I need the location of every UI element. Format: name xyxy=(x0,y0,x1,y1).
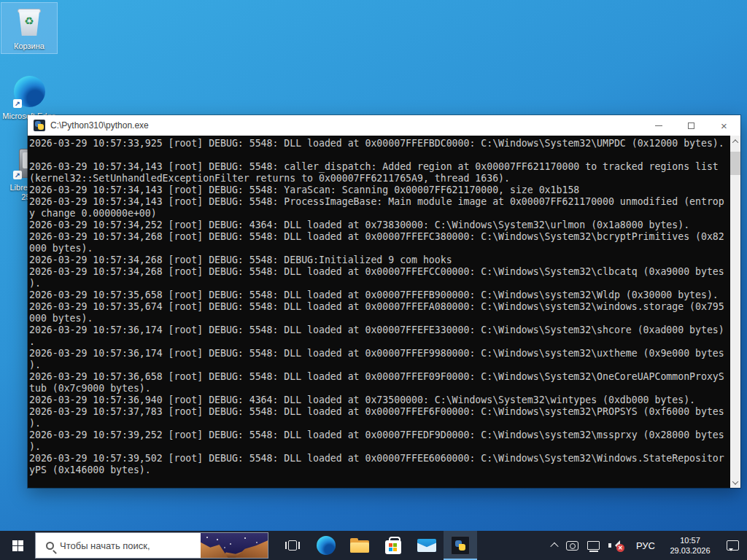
search-icon xyxy=(46,542,54,550)
scroll-up-button[interactable] xyxy=(730,136,740,147)
taskbar-edge-button[interactable] xyxy=(309,531,343,560)
python-yellow-shape xyxy=(38,124,44,130)
taskbar: ✕ РУС 10:57 29.03.2026 xyxy=(0,531,747,560)
stars-decor xyxy=(206,537,208,538)
console-line: 2026-03-29 10:57:35,658 [root] DEBUG: 55… xyxy=(29,289,729,301)
file-explorer-icon xyxy=(350,538,369,553)
console-line: 2026-03-29 10:57:36,940 [root] DEBUG: 43… xyxy=(29,394,729,406)
console-line: 2026-03-29 10:57:34,268 [root] DEBUG: 55… xyxy=(29,231,729,243)
language-indicator[interactable]: РУС xyxy=(629,540,662,551)
network-icon xyxy=(587,541,600,550)
shortcut-arrow-icon: ↗ xyxy=(13,99,22,108)
console-line: ). xyxy=(29,418,729,429)
console-line: 2026-03-29 10:57:37,783 [root] DEBUG: 55… xyxy=(29,406,729,418)
console-line: 2026-03-29 10:57:36,658 [root] DEBUG: 55… xyxy=(29,371,729,383)
start-button[interactable] xyxy=(0,531,35,560)
console-line: tub (0x7c9000 bytes). xyxy=(29,383,729,394)
minimize-button[interactable] xyxy=(642,115,675,136)
clock-date: 29.03.2026 xyxy=(662,545,718,556)
desktop-icon-recycle-bin[interactable]: ♻ Корзина xyxy=(1,3,57,53)
console-line xyxy=(29,149,729,161)
taskbar-task-view-button[interactable] xyxy=(276,531,309,560)
tray-app-button[interactable] xyxy=(562,531,583,560)
taskbar-search[interactable] xyxy=(35,532,268,559)
network-button[interactable] xyxy=(583,531,604,560)
minimize-icon xyxy=(655,125,662,126)
action-center-icon xyxy=(727,540,739,551)
chevron-up-icon xyxy=(732,139,738,145)
console-line: 2026-03-29 10:57:36,174 [root] DEBUG: 55… xyxy=(29,348,729,359)
windows-logo-icon xyxy=(12,540,23,551)
action-center-button[interactable] xyxy=(718,531,747,560)
edge-icon: ↗ xyxy=(12,74,47,109)
volume-button[interactable]: ✕ xyxy=(604,531,629,560)
console-window: C:\Python310\python.exe × 2026-03-29 10:… xyxy=(28,115,740,488)
console-line: ). xyxy=(29,441,729,453)
taskbar-mail-button[interactable] xyxy=(410,531,444,560)
search-highlight-image[interactable] xyxy=(201,533,268,558)
mute-badge: ✕ xyxy=(616,544,624,552)
console-line: 000 bytes). xyxy=(29,243,729,254)
console-line: 2026-03-29 10:57:39,502 [root] DEBUG: 55… xyxy=(29,453,729,464)
console-line: . xyxy=(29,336,729,348)
volume-muted-icon: ✕ xyxy=(608,539,624,552)
python-console-icon xyxy=(451,536,470,555)
system-tray: ✕ РУС 10:57 29.03.2026 xyxy=(547,531,747,560)
console-line: 2026-03-29 10:57:34,143 [root] DEBUG: 55… xyxy=(29,161,729,173)
chevron-up-icon xyxy=(550,542,558,551)
microsoft-store-icon xyxy=(385,540,401,554)
window-titlebar[interactable]: C:\Python310\python.exe × xyxy=(28,115,740,136)
window-title: C:\Python310\python.exe xyxy=(50,120,149,131)
console-line: 2026-03-29 10:57:34,143 [root] DEBUG: 55… xyxy=(29,184,729,196)
task-view-icon xyxy=(285,540,300,551)
mail-icon xyxy=(417,539,436,552)
console-line: 2026-03-29 10:57:35,674 [root] DEBUG: 55… xyxy=(29,301,729,313)
search-input[interactable] xyxy=(60,540,201,551)
console-line: yPS (0x146000 bytes). xyxy=(29,464,729,476)
console-line: (kernel32::SetUnhandledExceptionFilter r… xyxy=(29,173,729,184)
console-line: 2026-03-29 10:57:34,268 [root] DEBUG: 55… xyxy=(29,254,729,266)
console-line: 2026-03-29 10:57:33,925 [root] DEBUG: 55… xyxy=(29,138,729,149)
console-line: 2026-03-29 10:57:34,252 [root] DEBUG: 43… xyxy=(29,219,729,231)
console-line: y change 0.000000e+00) xyxy=(29,208,729,219)
taskbar-clock[interactable]: 10:57 29.03.2026 xyxy=(662,535,718,556)
console-line: 2026-03-29 10:57:34,143 [root] DEBUG: 55… xyxy=(29,196,729,208)
taskbar-file-explorer-button[interactable] xyxy=(343,531,376,560)
console-output[interactable]: 2026-03-29 10:57:33,925 [root] DEBUG: 55… xyxy=(29,138,729,486)
console-line: 2026-03-29 10:57:36,174 [root] DEBUG: 55… xyxy=(29,324,729,336)
desktop-icon-label: Корзина xyxy=(1,42,57,51)
desktop: ♻ Корзина ↗ Microsoft Edge ↗ LibreOffice… xyxy=(0,0,747,560)
monitor-circle-icon xyxy=(566,541,578,551)
chevron-down-icon xyxy=(732,478,738,484)
scroll-down-button[interactable] xyxy=(730,477,740,488)
maximize-icon xyxy=(688,122,694,129)
recycle-symbol: ♻ xyxy=(12,15,47,28)
maximize-button[interactable] xyxy=(675,115,708,136)
close-button[interactable]: × xyxy=(708,115,740,136)
recycle-bin-icon: ♻ xyxy=(12,4,47,39)
console-line: 2026-03-29 10:57:39,252 [root] DEBUG: 55… xyxy=(29,429,729,441)
edge-icon xyxy=(317,536,336,555)
hidden-icons-button[interactable] xyxy=(547,531,562,560)
shortcut-arrow-icon: ↗ xyxy=(13,171,22,179)
taskbar-python-console-button[interactable] xyxy=(444,531,477,560)
console-line: 000 bytes). xyxy=(29,313,729,324)
scrollbar-thumb[interactable] xyxy=(730,152,740,175)
scrollbar[interactable] xyxy=(730,136,740,488)
console-line: ). xyxy=(29,359,729,371)
console-line: 2026-03-29 10:57:34,268 [root] DEBUG: 55… xyxy=(29,266,729,278)
close-icon: × xyxy=(721,120,727,131)
taskbar-store-button[interactable] xyxy=(376,531,410,560)
clock-time: 10:57 xyxy=(662,535,718,545)
python-console-icon xyxy=(34,120,45,131)
console-line: ). xyxy=(29,278,729,289)
